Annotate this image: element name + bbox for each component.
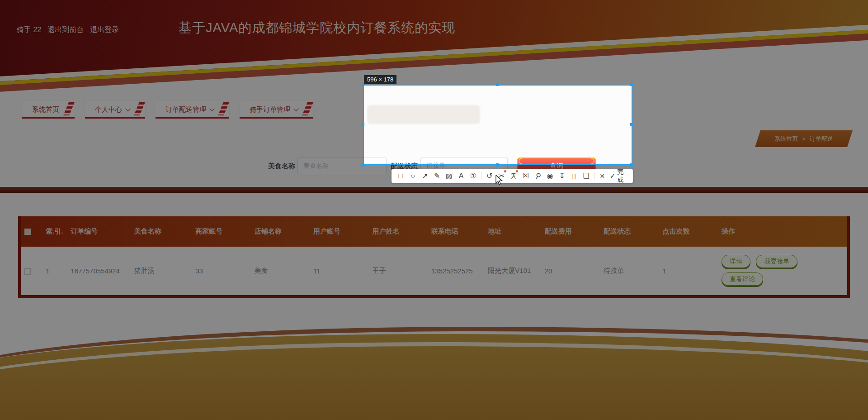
bookmark-icon[interactable]: ❏	[580, 170, 592, 182]
tab-rider-order-mgmt[interactable]: 骑手订单管理	[240, 100, 313, 119]
chevron-down-icon	[209, 106, 214, 111]
row-actions: 详情 我要接单 查看评论	[722, 253, 810, 288]
step-number-tool-icon[interactable]: ①	[467, 170, 480, 182]
col-shop-name: 店铺名称	[251, 216, 310, 247]
breadcrumb-separator: >	[802, 135, 806, 142]
cell-user-name: 王子	[368, 247, 427, 296]
arrow-tool-icon[interactable]: ↗	[419, 170, 431, 182]
resize-handle-w[interactable]	[361, 123, 364, 126]
breadcrumb: 系统首页 > 订单配送	[755, 130, 853, 147]
table-header-row: 索.引. 订单编号 美食名称 商家账号 店铺名称 用户账号 用户姓名 联系电话 …	[19, 216, 849, 247]
tab-stripe-decoration	[134, 102, 145, 115]
tab-stripe-decoration	[302, 102, 313, 115]
snipping-toolbar: □ ○ ↗ ✎ ▨ A ① ↺ ✂ A ☒ ⚲ ◉ ↧ ▯ ❏ × ✓ 完成	[392, 169, 633, 183]
close-icon[interactable]: ×	[596, 170, 609, 182]
resize-handle-n[interactable]	[496, 83, 499, 86]
toolbar-divider	[594, 172, 594, 180]
cell-order-no: 1677570554924	[67, 247, 130, 296]
breadcrumb-home-link[interactable]: 系统首页	[774, 135, 798, 143]
done-button[interactable]: ✓ 完成	[610, 168, 630, 184]
resize-handle-sw[interactable]	[361, 163, 364, 167]
cell-index: 1	[42, 247, 67, 296]
tab-label: 个人中心	[95, 105, 122, 113]
tab-label: 订单配送管理	[165, 105, 206, 113]
col-merchant-account: 商家账号	[192, 216, 250, 247]
selection-size-label: 596 × 178	[364, 75, 396, 84]
food-name-label: 美食名称	[268, 162, 295, 171]
nav-tabs: 系统首页 个人中心 订单配送管理 骑手订单管理	[22, 100, 313, 119]
page-title: 基于JAVA的成都锦城学院校内订餐系统的实现	[179, 19, 455, 37]
record-icon[interactable]: ◉	[544, 170, 556, 182]
col-index: 索.引.	[42, 216, 67, 247]
resize-handle-ne[interactable]	[630, 83, 633, 86]
col-phone: 联系电话	[428, 216, 484, 247]
rectangle-tool-icon[interactable]: □	[395, 170, 407, 182]
username-label: 骑手 22	[17, 25, 41, 35]
breadcrumb-current: 订单配送	[810, 135, 833, 143]
tab-order-delivery-mgmt[interactable]: 订单配送管理	[156, 100, 229, 119]
tab-system-home[interactable]: 系统首页	[22, 100, 75, 119]
pencil-tool-icon[interactable]: ✎	[431, 170, 443, 182]
col-order-no: 订单编号	[67, 216, 130, 247]
notification-dot	[504, 170, 506, 172]
col-address: 地址	[484, 216, 541, 247]
tab-label: 骑手订单管理	[250, 105, 290, 113]
extract-text-icon[interactable]: ☒	[519, 170, 532, 182]
tab-personal-center[interactable]: 个人中心	[85, 100, 145, 119]
cell-merchant-account: 33	[192, 247, 250, 296]
ellipse-tool-icon[interactable]: ○	[407, 170, 419, 182]
app-root: 骑手 22 退出到前台 退出登录 基于JAVA的成都锦城学院校内订餐系统的实现 …	[0, 0, 868, 420]
row-checkbox[interactable]	[24, 268, 31, 275]
undo-icon[interactable]: ↺	[483, 170, 495, 182]
download-icon[interactable]: ↧	[556, 170, 568, 182]
tab-stripe-decoration	[63, 102, 75, 115]
col-food-name: 美食名称	[131, 216, 192, 247]
mosaic-tool-icon[interactable]: ▨	[443, 170, 455, 182]
col-actions: 操作	[718, 216, 849, 247]
table-row: 1 1677570554924 猪肚汤 33 美食 11 王子 13525252…	[19, 247, 849, 296]
orders-table: 索.引. 订单编号 美食名称 商家账号 店铺名称 用户账号 用户姓名 联系电话 …	[18, 216, 850, 298]
col-delivery-fee: 配送费用	[541, 216, 600, 247]
cell-phone: 13525252525	[428, 247, 484, 296]
bottom-wave-rust	[0, 327, 868, 420]
cell-click-count: 1	[659, 247, 718, 296]
toolbar-divider	[481, 172, 481, 180]
chevron-down-icon	[125, 106, 130, 111]
translate-icon[interactable]: A	[508, 170, 520, 182]
section-divider-bar	[0, 187, 868, 193]
col-click-count: 点击次数	[659, 216, 718, 247]
cell-shop-name: 美食	[251, 247, 310, 296]
tab-stripe-decoration	[218, 102, 229, 115]
tab-label: 系统首页	[32, 105, 59, 113]
view-comments-button[interactable]: 查看评论	[722, 272, 763, 286]
col-user-account: 用户账号	[310, 216, 368, 247]
cell-food-name: 猪肚汤	[131, 247, 192, 296]
select-all-checkbox[interactable]	[24, 229, 31, 235]
text-tool-icon[interactable]: A	[455, 170, 467, 182]
check-icon: ✓	[610, 172, 616, 180]
done-label: 完成	[617, 168, 630, 184]
phone-icon[interactable]: ▯	[568, 170, 580, 182]
cell-delivery-fee: 20	[541, 247, 600, 296]
mouse-cursor-icon	[494, 175, 504, 186]
pin-icon[interactable]: ⚲	[532, 170, 544, 182]
col-user-name: 用户姓名	[368, 216, 427, 247]
col-delivery-status: 配送状态	[600, 216, 659, 247]
logout-link[interactable]: 退出登录	[90, 25, 119, 35]
chevron-down-icon	[293, 106, 298, 111]
cell-user-account: 11	[310, 247, 368, 296]
notification-dot	[516, 170, 518, 172]
capture-selection-region[interactable]	[363, 85, 632, 165]
detail-button[interactable]: 详情	[722, 255, 750, 268]
resize-handle-s[interactable]	[496, 163, 499, 167]
resize-handle-e[interactable]	[630, 123, 633, 126]
user-bar: 骑手 22 退出到前台 退出登录	[17, 25, 119, 35]
accept-order-button[interactable]: 我要接单	[756, 255, 797, 268]
cell-delivery-status: 待接单	[600, 247, 659, 296]
exit-to-front-link[interactable]: 退出到前台	[47, 25, 84, 35]
cell-address: 阳光大厦V101	[484, 247, 541, 296]
resize-handle-se[interactable]	[630, 163, 633, 167]
